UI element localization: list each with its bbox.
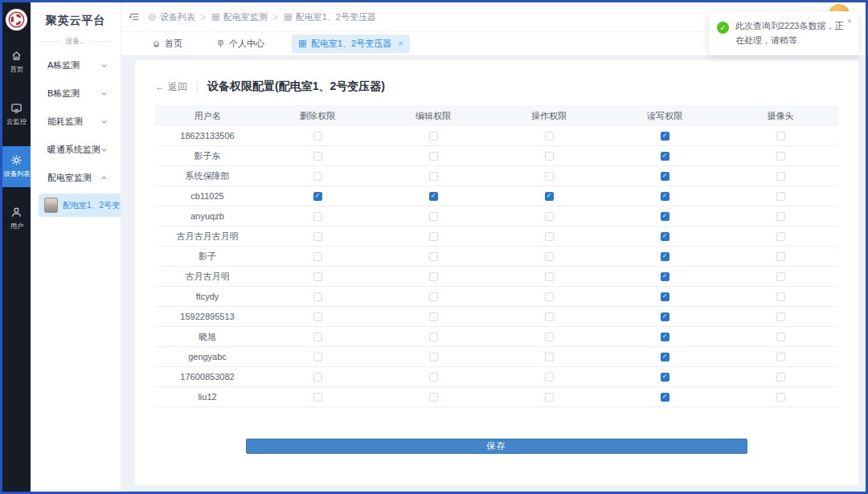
toast-close-icon[interactable]: × xyxy=(847,17,852,26)
username-cell: 17600853082 xyxy=(155,372,260,382)
checkbox-camera[interactable] xyxy=(776,373,785,382)
save-button[interactable]: 保存 xyxy=(246,439,747,454)
checkbox-operate[interactable] xyxy=(545,393,554,402)
rail-item-device-list[interactable]: 设备列表 xyxy=(2,146,31,187)
checkbox-readwrite[interactable] xyxy=(661,333,669,341)
breadcrumb-item[interactable]: 设备列表 xyxy=(148,11,195,23)
checkbox-readwrite[interactable] xyxy=(661,132,669,141)
tab[interactable]: 配电室1、2号变压器 × xyxy=(292,35,410,53)
sidebar-menu-item[interactable]: 能耗监测 xyxy=(31,108,121,136)
checkbox-camera[interactable] xyxy=(776,252,785,261)
checkbox-readwrite[interactable] xyxy=(661,292,669,301)
checkbox-readwrite[interactable] xyxy=(661,393,669,402)
checkbox-operate[interactable] xyxy=(545,292,554,301)
sidebar-menu-item[interactable]: 配电室监测 xyxy=(31,164,121,192)
checkbox-operate[interactable] xyxy=(545,353,554,361)
checkbox-delete[interactable] xyxy=(313,333,322,341)
checkbox-readwrite[interactable] xyxy=(661,353,669,361)
checkbox-edit[interactable] xyxy=(429,252,438,261)
rail-item-user[interactable]: 用户 xyxy=(2,198,31,239)
checkbox-readwrite[interactable] xyxy=(661,373,669,382)
permission-cell xyxy=(260,292,375,301)
checkbox-operate[interactable] xyxy=(545,312,554,321)
checkbox-operate[interactable] xyxy=(545,132,554,141)
checkbox-operate[interactable] xyxy=(545,272,554,281)
permission-cell xyxy=(491,192,607,201)
checkbox-edit[interactable] xyxy=(429,232,438,241)
sidebar-menu-item[interactable]: B栋监测 xyxy=(31,80,121,108)
checkbox-edit[interactable] xyxy=(429,312,438,321)
checkbox-delete[interactable] xyxy=(313,353,322,361)
checkbox-readwrite[interactable] xyxy=(661,272,669,281)
checkbox-edit[interactable] xyxy=(429,353,438,361)
checkbox-camera[interactable] xyxy=(776,272,785,281)
checkbox-readwrite[interactable] xyxy=(661,212,669,221)
checkbox-delete[interactable] xyxy=(313,312,322,321)
checkbox-delete[interactable] xyxy=(313,192,322,201)
rail-item-cloud-monitor[interactable]: 云监控 xyxy=(2,94,31,135)
checkbox-edit[interactable] xyxy=(429,132,438,141)
tab[interactable]: 个人中心 xyxy=(210,35,271,53)
checkbox-delete[interactable] xyxy=(313,272,322,281)
tab-close-icon[interactable]: × xyxy=(398,39,403,48)
permission-cell xyxy=(607,212,723,221)
username-cell: 古月古月古月明 xyxy=(155,231,260,243)
checkbox-operate[interactable] xyxy=(545,152,554,161)
checkbox-edit[interactable] xyxy=(429,272,438,281)
checkbox-operate[interactable] xyxy=(545,212,554,221)
checkbox-readwrite[interactable] xyxy=(661,312,669,321)
checkbox-operate[interactable] xyxy=(545,252,554,261)
checkbox-camera[interactable] xyxy=(776,212,785,221)
sidebar-menu-item[interactable]: A栋监测 xyxy=(31,51,121,80)
checkbox-edit[interactable] xyxy=(429,292,438,301)
breadcrumb-item[interactable]: 配电室1、2号变压器 xyxy=(284,11,376,23)
checkbox-delete[interactable] xyxy=(313,132,322,141)
juying-logo[interactable] xyxy=(6,9,27,31)
checkbox-operate[interactable] xyxy=(545,172,554,181)
sidebar-collapse-icon[interactable] xyxy=(129,11,140,22)
checkbox-operate[interactable] xyxy=(545,373,554,382)
checkbox-edit[interactable] xyxy=(429,393,438,402)
sidebar-submenu-item[interactable]: 配电室1、2号变压 xyxy=(39,194,121,217)
checkbox-camera[interactable] xyxy=(776,132,785,141)
checkbox-edit[interactable] xyxy=(429,192,438,201)
checkbox-camera[interactable] xyxy=(776,333,785,341)
checkbox-operate[interactable] xyxy=(545,232,554,241)
checkbox-edit[interactable] xyxy=(429,373,438,382)
checkbox-operate[interactable] xyxy=(545,192,554,201)
checkbox-camera[interactable] xyxy=(776,192,785,201)
checkbox-readwrite[interactable] xyxy=(661,192,669,201)
checkbox-delete[interactable] xyxy=(313,393,322,402)
checkbox-delete[interactable] xyxy=(313,292,322,301)
sidebar-subtitle: 设备... xyxy=(65,36,86,47)
checkbox-camera[interactable] xyxy=(776,292,785,301)
checkbox-edit[interactable] xyxy=(429,172,438,181)
rail-item-home[interactable]: 首页 xyxy=(2,42,31,83)
permission-cell xyxy=(723,373,838,382)
checkbox-readwrite[interactable] xyxy=(661,172,669,181)
checkbox-delete[interactable] xyxy=(313,152,322,161)
checkbox-edit[interactable] xyxy=(429,212,438,221)
checkbox-camera[interactable] xyxy=(776,312,785,321)
tab[interactable]: 首页 xyxy=(145,35,189,53)
checkbox-camera[interactable] xyxy=(776,353,785,361)
checkbox-camera[interactable] xyxy=(776,152,785,161)
breadcrumb-item[interactable]: 配电室监测 xyxy=(211,11,268,23)
checkbox-camera[interactable] xyxy=(776,172,785,181)
back-button[interactable]: ← 返回 xyxy=(155,80,187,94)
checkbox-readwrite[interactable] xyxy=(661,232,669,241)
checkbox-operate[interactable] xyxy=(545,333,554,341)
sidebar-menu-item[interactable]: 暖通系统监测 xyxy=(31,136,121,164)
checkbox-readwrite[interactable] xyxy=(661,152,669,161)
checkbox-edit[interactable] xyxy=(429,152,438,161)
checkbox-delete[interactable] xyxy=(313,172,322,181)
checkbox-delete[interactable] xyxy=(313,232,322,241)
checkbox-delete[interactable] xyxy=(313,212,322,221)
checkbox-camera[interactable] xyxy=(776,393,785,402)
checkbox-delete[interactable] xyxy=(313,373,322,382)
permission-cell xyxy=(375,172,491,181)
checkbox-edit[interactable] xyxy=(429,333,438,341)
checkbox-delete[interactable] xyxy=(313,252,322,261)
checkbox-readwrite[interactable] xyxy=(661,252,669,261)
checkbox-camera[interactable] xyxy=(776,232,785,241)
